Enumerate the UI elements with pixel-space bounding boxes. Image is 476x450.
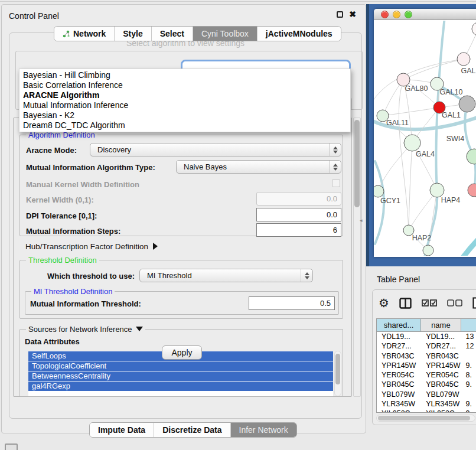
attribute-item-gal4rgexp[interactable]: gal4RGexp	[28, 381, 333, 391]
algorithm-dropdown-menu: Bayesian - Hill ClimbingBasic Correlatio…	[19, 69, 351, 132]
table-cell: YER054C	[421, 370, 461, 380]
column-header[interactable]: name	[421, 319, 461, 331]
network-node[interactable]	[472, 22, 476, 35]
table-cell: YPR145W	[421, 361, 461, 370]
window-titlebar[interactable]	[374, 9, 476, 20]
export-table-icon[interactable]	[472, 297, 476, 309]
table-cell: YDR27...	[377, 341, 421, 351]
attribute-item-betweennesscentrality[interactable]: BetweennessCentrality	[28, 371, 333, 381]
combo-stepper-icon	[329, 144, 341, 156]
close-window-icon[interactable]	[381, 11, 389, 18]
dpi-tolerance-label: DPI Tolerance [0,1]:	[26, 211, 97, 220]
network-canvas[interactable]: GALGAL80GAL10GAL1GAL11GAL4SWI4GCY1HAP4YH…	[374, 21, 476, 256]
tab-infer-network[interactable]: Infer Network	[231, 423, 296, 437]
table-panel-title: Table Panel	[377, 275, 420, 284]
menu-item-bayesian-k2[interactable]: Bayesian - K2	[19, 110, 350, 120]
which-threshold-select[interactable]: MI Threshold	[139, 269, 313, 282]
network-view-frame: GALGAL80GAL10GAL1GAL11GAL4SWI4GCY1HAP4YH…	[366, 4, 476, 266]
table-cell: YER054C	[377, 370, 421, 380]
table-row[interactable]: YBR045CYBR045C9.	[377, 380, 476, 389]
aracne-mode-select[interactable]: Discovery	[90, 143, 341, 156]
tab-style[interactable]: Style	[115, 27, 151, 41]
network-node-gal4[interactable]	[404, 135, 420, 151]
minimize-window-icon[interactable]	[393, 11, 400, 18]
split-pane-collapse-handle[interactable]: ◂	[360, 217, 364, 224]
show-columns-icon[interactable]	[422, 299, 437, 306]
gear-icon[interactable]: ⚙	[379, 297, 389, 309]
manual-kernel-label: Manual Kernel Width Definition	[26, 180, 139, 189]
table-row[interactable]: YBR043CYBR043C	[377, 351, 476, 361]
aracne-mode-label: Aracne Mode:	[26, 146, 77, 155]
threshold-definition-group: Threshold Definition Which threshold to …	[19, 260, 343, 319]
split-columns-icon[interactable]	[399, 298, 412, 309]
network-node-gcy1[interactable]	[374, 185, 384, 197]
minimized-panel-icon[interactable]	[5, 444, 18, 450]
tab-label: Style	[123, 29, 142, 38]
mi-steps-input[interactable]	[256, 223, 341, 237]
network-node[interactable]	[423, 245, 433, 256]
close-panel-icon[interactable]: ✖	[349, 11, 356, 18]
which-threshold-label: Which threshold to use:	[47, 272, 135, 281]
dpi-tolerance-input[interactable]	[256, 208, 341, 221]
table-cell	[461, 351, 476, 361]
manual-kernel-checkbox[interactable]	[332, 179, 340, 187]
table-panel: ⚙ shared...name YDL19...YDL19...13YDR27.…	[372, 289, 476, 425]
network-node-gal[interactable]	[457, 53, 470, 66]
table-cell: YDL19...	[421, 332, 461, 341]
table-cell: 9.	[461, 361, 476, 370]
tab-label: Select	[160, 29, 184, 38]
menu-item-mutual-information-inference[interactable]: Mutual Information Inference	[19, 100, 350, 110]
control-panel: Control Panel ✖ NetworkStyleSelectCyni T…	[1, 4, 366, 433]
table-row[interactable]: YER054CYER054C8.	[377, 370, 476, 380]
cyni-toolbox-panel: Select algorithm to view settings Bayesi…	[9, 32, 362, 419]
menu-item-aracne-algorithm[interactable]: ARACNE Algorithm	[19, 90, 350, 100]
tab-impute-data[interactable]: Impute Data	[90, 423, 154, 437]
network-node[interactable]	[459, 96, 475, 112]
settings-scrollbar[interactable]	[353, 118, 361, 397]
float-panel-icon[interactable]	[337, 11, 343, 18]
table-row[interactable]: YDR27...YDR27...12	[377, 341, 476, 351]
table-row[interactable]: YIL052CYIL052C9	[377, 409, 476, 413]
mi-type-select[interactable]: Naive Bayes	[176, 160, 341, 174]
table-cell	[461, 390, 476, 399]
data-attributes-label: Data Attributes	[25, 337, 80, 346]
table-cell: YBL079W	[377, 390, 421, 399]
node-table[interactable]: shared...name YDL19...YDL19...13YDR27...…	[376, 318, 476, 413]
table-row[interactable]: YLR345WYLR345W9.	[377, 399, 476, 409]
attribute-item-topologicalcoefficient[interactable]: TopologicalCoefficient	[28, 361, 333, 371]
hide-columns-icon[interactable]	[447, 299, 462, 306]
tab-label: jActiveMNodules	[266, 29, 332, 38]
menu-item-dream8-dc-tdc-algorithm[interactable]: Dream8 DC_TDC Algorithm	[19, 120, 350, 131]
tab-cyni-toolbox[interactable]: Cyni Toolbox	[193, 27, 257, 41]
table-row[interactable]: YBL079WYBL079W	[377, 390, 476, 399]
table-row[interactable]: YPR145WYPR145W9.	[377, 361, 476, 370]
network-node-swi4[interactable]	[467, 149, 476, 164]
tab-jactivemnodules[interactable]: jActiveMNodules	[257, 27, 341, 41]
table-cell: YBR045C	[421, 380, 461, 389]
network-node-hap4[interactable]	[430, 183, 444, 197]
menu-item-basic-correlation-inference[interactable]: Basic Correlation Inference	[19, 80, 350, 90]
table-hscrollbar[interactable]	[376, 415, 475, 422]
attributes-scrollbar[interactable]	[334, 351, 341, 396]
tab-label: Infer Network	[239, 425, 288, 435]
table-row[interactable]: YDL19...YDL19...13	[377, 332, 476, 341]
network-edge	[403, 59, 464, 80]
column-header[interactable]	[461, 319, 476, 331]
column-header[interactable]: shared...	[377, 319, 421, 331]
network-node-y[interactable]	[468, 184, 476, 197]
tab-network[interactable]: Network	[54, 27, 115, 41]
tab-discretize-data[interactable]: Discretize Data	[154, 423, 230, 437]
kernel-width-input[interactable]	[256, 192, 341, 206]
node-label: GAL1	[442, 111, 461, 119]
mi-threshold-input[interactable]	[249, 296, 335, 310]
table-cell: YBR043C	[377, 351, 421, 361]
menu-item-bayesian-hill-climbing[interactable]: Bayesian - Hill Climbing	[19, 70, 350, 80]
zoom-window-icon[interactable]	[405, 11, 412, 18]
hub-definition-expander[interactable]: Hub/Transcription Factor Definition	[25, 242, 158, 251]
mi-steps-label: Mutual Information Steps:	[26, 227, 120, 236]
table-cell: YLR345W	[377, 399, 421, 409]
sources-title-row[interactable]: Sources for Network Inference	[26, 325, 145, 334]
apply-button[interactable]: Apply	[162, 345, 202, 360]
tab-select[interactable]: Select	[152, 27, 193, 41]
table-cell: YLR345W	[421, 399, 461, 409]
